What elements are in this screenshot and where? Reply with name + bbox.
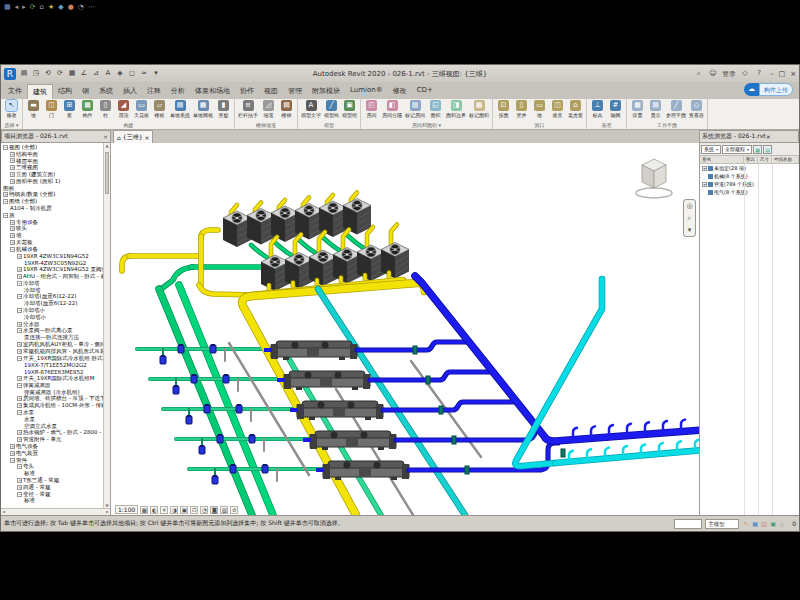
tree-expander[interactable]: − — [10, 458, 15, 463]
select-links-icon[interactable]: ↖ — [742, 520, 750, 528]
steering-wheel-icon[interactable]: ◎ — [686, 202, 692, 210]
section-icon[interactable]: ◻ — [127, 68, 137, 79]
tree-expander[interactable]: + — [17, 274, 22, 279]
visual-style-icon[interactable]: ◐ — [150, 506, 158, 514]
search-icon[interactable]: ⌕ — [694, 68, 704, 79]
ribbon-tab[interactable]: 管理 — [283, 84, 307, 99]
user-icon[interactable]: ● — [68, 3, 74, 12]
ribbon-button[interactable]: ▦幕墙网格 — [192, 100, 214, 122]
ribbon-button[interactable]: ≡栏杆扶手 — [237, 100, 259, 122]
ribbon-button[interactable]: ▦构件 — [79, 100, 96, 122]
tree-expander[interactable]: + — [17, 485, 22, 490]
clock-icon[interactable]: ◔ — [78, 3, 84, 12]
temporary-hide-isolate-icon[interactable]: ◔ — [200, 506, 208, 514]
vertical-scrollbar[interactable]: ▲▼ — [103, 143, 110, 508]
tree-expander[interactable]: + — [10, 226, 15, 231]
ribbon-button[interactable]: ↖修改 — [3, 100, 20, 122]
ribbon-button[interactable]: ◫垂直 — [549, 100, 566, 122]
close-icon[interactable]: × — [766, 133, 771, 140]
tree-expander[interactable]: + — [17, 437, 22, 442]
navbar-expand-icon[interactable]: ▾ — [688, 226, 692, 234]
ribbon-tab[interactable]: 视图 — [259, 84, 283, 99]
ribbon-button[interactable]: ▯竖井 — [513, 100, 530, 122]
viewcube[interactable] — [633, 155, 677, 201]
cloud-upload-button[interactable]: ☁ 构件上传 — [744, 83, 793, 96]
tree-expander[interactable]: − — [10, 247, 15, 252]
ribbon-button[interactable]: ◫门 — [43, 100, 60, 122]
ribbon-tab[interactable]: 结构 — [53, 84, 77, 99]
tree-expander[interactable]: + — [10, 152, 15, 157]
redo-icon[interactable]: ⟳ — [55, 68, 65, 79]
tree-expander[interactable]: + — [17, 376, 22, 381]
save-icon[interactable]: ◳ — [31, 68, 41, 79]
project-browser-header[interactable]: 项目浏览器 - 026-1.rvt × — [1, 130, 111, 143]
navigation-bar[interactable]: ◎⌕▾ — [683, 199, 696, 237]
scale-button[interactable]: 1:100 — [115, 505, 138, 514]
temporary-view-properties-icon[interactable]: ▥ — [220, 506, 228, 514]
tree-expander[interactable]: + — [17, 342, 22, 347]
ribbon-button[interactable]: ▱楼板 — [151, 100, 168, 122]
ribbon-button[interactable]: ◨面积边界 — [445, 100, 467, 122]
tree-row[interactable]: +T形三通 - 常规 — [1, 477, 103, 484]
home-icon[interactable]: ⌂ — [40, 3, 44, 12]
select-underlay-icon[interactable]: ▦ — [751, 520, 759, 528]
ribbon-tab[interactable]: Lumion® — [345, 84, 388, 99]
show-crop-icon[interactable]: ⊡ — [190, 506, 198, 514]
help-icon[interactable]: ? — [754, 68, 764, 79]
tree-expander[interactable]: + — [702, 166, 707, 171]
tree-row[interactable]: −弯头 — [1, 463, 103, 470]
tree-expander[interactable]: + — [702, 182, 707, 187]
tree-row[interactable]: 标准 — [1, 497, 103, 504]
tree-row[interactable]: +19XR 4ZW3C91N94G52 — [1, 253, 103, 260]
tree-expander[interactable]: − — [17, 308, 22, 313]
ribbon-button[interactable]: ⊞窗 — [61, 100, 78, 122]
tree-expander[interactable]: + — [10, 158, 15, 163]
collapse-all-icon[interactable]: ▤ — [763, 145, 772, 154]
workset-box[interactable] — [674, 519, 702, 529]
ribbon-button[interactable]: ▤楼梯 — [278, 100, 295, 122]
thin-lines-icon[interactable]: ≈ — [139, 68, 149, 79]
discipline-dropdown[interactable]: 全部规程▾ — [722, 145, 752, 154]
tree-expander[interactable]: − — [17, 492, 22, 497]
tree-expander[interactable]: + — [17, 430, 22, 435]
ribbon-tab[interactable]: 文件 — [3, 84, 27, 99]
back-icon[interactable]: ◂ — [15, 3, 19, 12]
ribbon-tab[interactable]: 分析 — [166, 84, 190, 99]
more-icon[interactable]: ⋯ — [88, 3, 95, 12]
shadows-icon[interactable]: ◑ — [170, 506, 178, 514]
revit-app-icon[interactable]: R — [4, 68, 16, 80]
ribbon-button[interactable]: #轴网 — [607, 100, 624, 122]
tree-row[interactable]: +AHU - 组合式 - 四管制 - 卧式 - 标准 - 2000 - 10..… — [1, 273, 103, 280]
ribbon-button[interactable]: ◧房间分隔 — [381, 100, 403, 122]
system-row[interactable]: 机械(8 个系统) — [700, 172, 799, 180]
view-by-dropdown[interactable]: 系统▾ — [701, 145, 721, 154]
undo-icon[interactable]: ⟲ — [43, 68, 53, 79]
tree-expander[interactable]: + — [17, 396, 22, 401]
ribbon-tab[interactable]: 附加模块 — [307, 84, 345, 99]
tree-row[interactable]: −开关_19XR国际式冷水机组 卧式出管 — [1, 355, 103, 362]
tree-row[interactable]: 19XX-7/T1EE52MO2G2 — [1, 362, 103, 369]
tree-expander[interactable]: + — [17, 254, 22, 259]
tree-expander[interactable]: + — [10, 172, 15, 177]
ribbon-button[interactable]: ◇查看器 — [688, 100, 705, 122]
default-3d-view-icon[interactable]: ◈ — [115, 68, 125, 79]
zoom-icon[interactable]: ⌕ — [688, 214, 692, 222]
tree-row[interactable]: −管件 — [1, 457, 103, 464]
tree-expander[interactable]: − — [17, 281, 22, 286]
system-row[interactable]: +未指定(28 项) — [700, 164, 799, 172]
ribbon-button[interactable]: ⌂老虎窗 — [567, 100, 584, 122]
reveal-hidden-icon[interactable]: ◙ — [210, 506, 218, 514]
tree-expander[interactable]: − — [3, 213, 8, 218]
detail-level-icon[interactable]: ▦ — [140, 506, 148, 514]
restore-icon[interactable]: □ — [779, 70, 786, 78]
tree-expander[interactable]: + — [17, 267, 22, 272]
print-icon[interactable]: ▦ — [67, 68, 77, 79]
tree-expander[interactable]: + — [10, 220, 15, 225]
design-option-box[interactable]: 主模型 — [705, 519, 739, 529]
piping-model-3d[interactable] — [111, 143, 699, 515]
ribbon-button[interactable]: ⊥标高 — [589, 100, 606, 122]
ribbon-tab[interactable]: CD+ — [412, 84, 438, 99]
ribbon-button[interactable]: ▯柱 — [97, 100, 114, 122]
ribbon-button[interactable]: ▩标记面积 — [468, 100, 490, 122]
select-by-face-icon[interactable]: ▣ — [769, 520, 777, 528]
